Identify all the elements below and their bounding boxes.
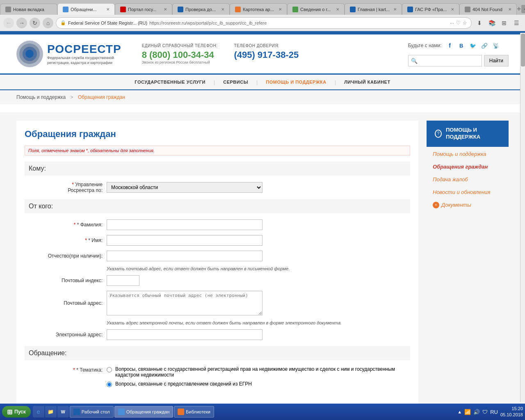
tab-close-4[interactable]: × (221, 6, 224, 12)
back-btn[interactable]: ← (3, 18, 14, 28)
sidebar-main-label: ПОМОЩЬ И ПОДДЕРЖКА (446, 127, 500, 141)
department-label: * УправлениеРосреестра по: (25, 182, 107, 193)
email-row: Электронный адрес: (25, 329, 410, 340)
library-task-icon (178, 409, 184, 412)
bookmark-icon[interactable]: ♡ (456, 20, 461, 26)
ie-icon[interactable]: e (33, 406, 44, 412)
chevron-up-tray[interactable]: ▲ (457, 409, 462, 412)
email-input[interactable] (107, 329, 262, 340)
start-button[interactable]: ⊞ Пуск (2, 406, 31, 412)
name-input[interactable] (107, 235, 262, 246)
topic-row: * * Тематика: Вопросы, связанные с госуд… (25, 366, 410, 390)
phone2-number: (495) 917-38-25 (234, 50, 299, 60)
nav-support[interactable]: ПОМОЩЬ И ПОДДЕРЖКА (258, 75, 334, 89)
nav-servis[interactable]: СЕРВИСЫ (215, 75, 256, 89)
tab-6[interactable]: Сведения о г... × (287, 3, 345, 15)
sidebar-docs-label: Документы (441, 202, 471, 208)
tab-label-8: ГАС РФ «Пра... (415, 7, 449, 12)
download-icon[interactable]: ⬇ (474, 18, 485, 28)
postal-index-input[interactable] (107, 275, 139, 286)
tab-close-btn[interactable]: × (106, 6, 110, 12)
star-icon[interactable]: ☆ (463, 20, 467, 26)
tab-close-5[interactable]: × (278, 6, 282, 12)
tab-active[interactable]: Обращени... × (57, 3, 115, 15)
social-label: Будьте с нами: (408, 43, 442, 48)
nav-cabinet[interactable]: ЛИЧНЫЙ КАБИНЕТ (336, 75, 399, 89)
sidebar-link-0[interactable]: Помощь и поддержка (427, 148, 509, 160)
forward-btn[interactable]: → (16, 18, 27, 28)
phone-block-2: ТЕЛЕФОН ДОВЕРИЯ: (495) 917-38-25 (234, 43, 299, 64)
rss-icon[interactable]: 📡 (492, 41, 500, 50)
vk-icon[interactable]: В (457, 41, 466, 50)
tab-favicon-7 (350, 7, 356, 12)
surname-input[interactable] (107, 219, 262, 230)
new-tab-btn[interactable]: + (517, 3, 521, 15)
name-row: * * Имя: (25, 235, 410, 246)
taskbar-tray: ▲ 📶 🔊 🛡 RU 15:20 05.10.2018 (457, 406, 523, 412)
lang-tray-icon[interactable]: RU (490, 409, 498, 412)
reload-btn[interactable]: ↻ (30, 18, 40, 28)
sidebar-link-1[interactable]: Обращения граждан (427, 160, 509, 173)
radio-btn-1[interactable] (107, 367, 112, 372)
tab-close-3[interactable]: × (164, 6, 167, 12)
tab-close-6[interactable]: × (336, 6, 339, 12)
tray-time: 15:20 (500, 406, 523, 412)
twitter-icon[interactable]: 🐦 (469, 41, 477, 50)
plus-icon: + (433, 202, 439, 208)
taskbar-app-desktop[interactable]: Рабочий стол (70, 406, 114, 412)
home-btn[interactable]: ⌂ (43, 18, 53, 28)
postal-address-input[interactable] (107, 291, 262, 315)
tab-label: Новая вкладка (13, 7, 52, 12)
search-input[interactable] (420, 55, 482, 66)
tab-bar: Новая вкладка Обращени... × Портал госу.… (0, 0, 525, 15)
section-from: От кого: (25, 199, 410, 213)
tab-favicon-4 (178, 7, 183, 12)
tab-4[interactable]: Проверка до... × (172, 3, 230, 15)
sidebar-toggle[interactable]: ⊞ (499, 18, 509, 28)
sidebar-link-2[interactable]: Подача жалоб (427, 173, 509, 186)
tab-close-7[interactable]: × (393, 6, 397, 12)
link-icon[interactable]: 🔗 (480, 41, 488, 50)
nav-services[interactable]: ГОСУДАРСТВЕННЫЕ УСЛУГИ (126, 75, 214, 89)
tab-label-3: Портал госу... (128, 7, 162, 12)
patronymic-row: Отчество(при наличии): (25, 251, 410, 261)
search-button[interactable]: Найти (484, 55, 509, 66)
tab-8[interactable]: ГАС РФ «Пра... × (402, 3, 459, 15)
address-bar[interactable]: 🔒 Federal Service Of State Registr... (R… (56, 17, 472, 29)
tab-close-8[interactable]: × (451, 6, 454, 12)
tab-5[interactable]: Картотека ар... × (230, 3, 287, 15)
surname-row: * * Фамилия: (25, 219, 410, 230)
patronymic-input[interactable] (107, 251, 262, 261)
breadcrumb-separator: > (71, 94, 73, 100)
taskbar-app-lib[interactable]: Библиотеки (174, 406, 214, 412)
taskbar-app-browser[interactable]: Обращения граждан (114, 406, 173, 412)
breadcrumb-parent[interactable]: Помощь и поддержка (16, 94, 66, 100)
tab-7[interactable]: Главная | kart... × (345, 3, 402, 15)
website: РОСРЕЕСТР Федеральная служба государстве… (0, 31, 525, 412)
sidebar-docs-link[interactable]: + Документы (427, 199, 509, 212)
department-select[interactable]: Московской области (107, 182, 262, 193)
explorer-icon[interactable]: 📁 (45, 406, 57, 412)
main-content: Обращения граждан Поля, отмеченные знако… (16, 121, 418, 404)
windows-logo-icon: ⊞ (7, 408, 12, 412)
tab-label-6: Сведения о г... (300, 7, 334, 12)
library-icon[interactable]: 📚 (486, 18, 497, 28)
word-icon[interactable]: W (57, 406, 69, 412)
sidebar-link-3[interactable]: Новости и обновления (427, 186, 509, 199)
required-star-surname: * (74, 222, 77, 228)
more-icon[interactable]: ··· (450, 20, 454, 26)
taskbar: ⊞ Пуск e 📁 W Рабочий стол Обращения граж… (0, 404, 525, 412)
tab-3[interactable]: Портал госу... × (115, 3, 172, 15)
radio-btn-2[interactable] (107, 382, 112, 387)
facebook-icon[interactable]: f (446, 41, 454, 50)
sidebar-main-btn[interactable]: ? ПОМОЩЬ И ПОДДЕРЖКА (427, 121, 509, 147)
tab-close-9[interactable]: × (508, 6, 511, 12)
required-note: Поля, отмеченные знаком *, обязательны д… (25, 146, 410, 155)
menu-icon[interactable]: ☰ (511, 18, 522, 28)
tab-404[interactable]: 404 Not Found × (459, 3, 517, 15)
minimize-btn[interactable]: − (521, 5, 525, 13)
network-tray-icon: 📶 (464, 409, 471, 412)
scrollbar[interactable] (520, 33, 525, 402)
scroll-thumb[interactable] (521, 34, 525, 66)
tab-new-tab[interactable]: Новая вкладка (0, 4, 57, 15)
